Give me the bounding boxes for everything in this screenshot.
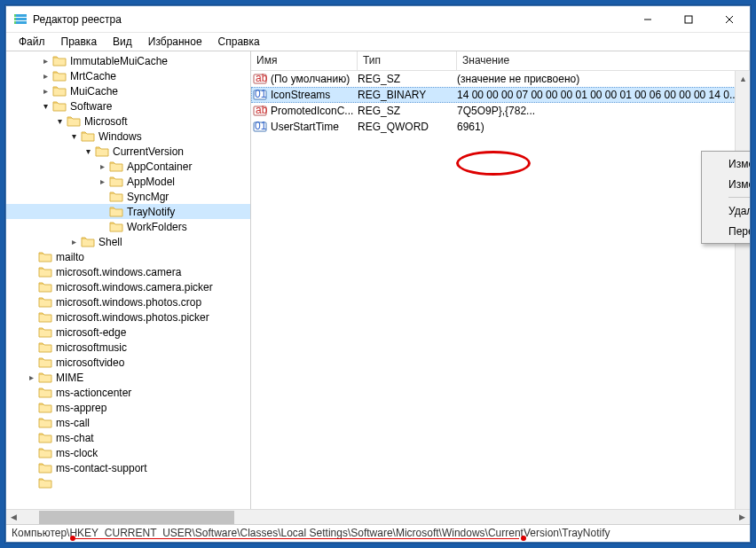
ctx-delete[interactable]: Удалить — [704, 200, 750, 221]
close-button[interactable] — [709, 6, 750, 32]
tree-label: microsoft.windows.photos.crop — [56, 296, 201, 309]
minimize-button[interactable] — [627, 6, 668, 32]
chevron-down-icon[interactable]: ▾ — [40, 101, 51, 112]
tree-item[interactable]: TrayNotify — [6, 204, 250, 219]
tree-item[interactable]: WorkFolders — [6, 219, 250, 234]
chevron-right-icon[interactable]: ▸ — [40, 71, 51, 82]
value-icon: 011 — [253, 120, 267, 134]
tree-item[interactable]: ▸ImmutableMuiCache — [6, 53, 250, 68]
menu-view[interactable]: Вид — [106, 34, 139, 50]
tree-item[interactable]: ▸AppModel — [6, 174, 250, 189]
tree-item[interactable]: microsoft-edge — [6, 325, 250, 340]
tree-item[interactable]: ▸MuiCache — [6, 83, 250, 98]
tree-item[interactable]: ms-actioncenter — [6, 385, 250, 400]
folder-icon — [38, 311, 52, 324]
tree-item[interactable]: microsoft.windows.photos.crop — [6, 294, 250, 309]
scroll-left-icon[interactable]: ◀ — [6, 510, 21, 525]
list-row[interactable]: 011UserStartTimeREG_QWORD6961) — [251, 119, 750, 135]
list-pane[interactable]: Имя Тип Значение ab(По умолчанию)REG_SZ(… — [251, 51, 750, 509]
value-data: (значение не присвоено) — [457, 73, 750, 85]
tree-label: WorkFolders — [127, 221, 187, 233]
scrollbar-vertical[interactable]: ▲ — [735, 71, 750, 509]
folder-icon — [109, 221, 123, 233]
value-icon: ab — [253, 104, 267, 118]
value-name: PromotedIconC... — [271, 105, 358, 117]
chevron-right-icon[interactable]: ▸ — [97, 176, 107, 187]
folder-icon — [38, 432, 52, 444]
menu-help[interactable]: Справка — [211, 34, 267, 50]
chevron-right-icon[interactable]: ▸ — [40, 56, 51, 67]
annotation-underline — [75, 538, 519, 539]
chevron-down-icon[interactable]: ▾ — [54, 116, 65, 127]
folder-icon — [52, 85, 67, 98]
chevron-down-icon[interactable]: ▾ — [83, 146, 93, 157]
tree-item[interactable]: ms-clock — [6, 445, 250, 460]
tree-label: microsoftvideo — [56, 356, 124, 369]
scroll-thumb[interactable] — [39, 511, 234, 524]
ctx-separator — [728, 197, 750, 198]
menu-file[interactable]: Файл — [12, 34, 52, 50]
chevron-right-icon[interactable]: ▸ — [40, 86, 51, 97]
scroll-up-icon[interactable]: ▲ — [736, 71, 750, 86]
tree-item[interactable]: microsoft.windows.camera.picker — [6, 279, 250, 294]
tree-item[interactable]: ▾CurrentVersion — [6, 144, 250, 159]
tree-label: Microsoft — [84, 115, 128, 128]
tree-item[interactable]: ms-contact-support — [6, 460, 250, 475]
tree-pane[interactable]: ▸ImmutableMuiCache▸MrtCache▸MuiCache▾Sof… — [6, 51, 251, 509]
scrollbar-horizontal[interactable]: ◀ ▶ — [6, 509, 750, 524]
tree-item[interactable]: ms-call — [6, 415, 250, 430]
chevron-right-icon[interactable]: ▸ — [97, 161, 107, 172]
tree-item[interactable]: ms-apprep — [6, 400, 250, 415]
ctx-modify[interactable]: Изменить... — [704, 153, 750, 174]
svg-text:ab: ab — [256, 72, 267, 84]
tree-item[interactable]: ▾Microsoft — [6, 114, 250, 129]
ctx-rename[interactable]: Переименовать — [704, 221, 750, 241]
chevron-right-icon[interactable]: ▸ — [68, 237, 79, 247]
menu-edit[interactable]: Правка — [54, 34, 105, 50]
tree-item[interactable]: microsoftmusic — [6, 340, 250, 355]
col-value[interactable]: Значение — [457, 51, 750, 70]
tree-label: microsoft.windows.camera — [56, 266, 181, 278]
tree-item[interactable]: microsoft.windows.camera — [6, 264, 250, 279]
list-row[interactable]: ab(По умолчанию)REG_SZ(значение не присв… — [251, 71, 750, 87]
tree-label: MrtCache — [70, 70, 116, 82]
folder-icon — [38, 417, 52, 429]
tree-item[interactable] — [6, 475, 250, 490]
folder-icon — [38, 477, 52, 489]
tree-item[interactable]: ▸MrtCache — [6, 68, 250, 83]
tree-item[interactable]: ▾Windows — [6, 129, 250, 144]
tree-item[interactable]: ▸MIME — [6, 370, 250, 385]
col-name[interactable]: Имя — [251, 51, 358, 70]
ctx-modify-binary[interactable]: Изменить двоичные данные... — [704, 174, 750, 194]
list-row[interactable]: 011IconStreamsREG_BINARY14 00 00 00 07 0… — [251, 87, 750, 103]
value-name: IconStreams — [271, 89, 358, 101]
regedit-icon — [13, 12, 28, 27]
svg-text:011: 011 — [255, 88, 267, 100]
tree-item[interactable]: ms-chat — [6, 430, 250, 445]
column-headers[interactable]: Имя Тип Значение — [251, 51, 750, 71]
svg-rect-1 — [14, 18, 27, 20]
folder-icon — [38, 326, 52, 339]
folder-icon — [38, 372, 52, 384]
list-row[interactable]: abPromotedIconC...REG_SZ7Q5O9P},{782... — [251, 103, 750, 119]
maximize-button[interactable] — [668, 6, 709, 32]
chevron-right-icon[interactable]: ▸ — [26, 372, 36, 383]
tree-item[interactable]: mailto — [6, 249, 250, 264]
titlebar[interactable]: Редактор реестра — [6, 6, 750, 33]
scroll-right-icon[interactable]: ▶ — [735, 510, 750, 525]
tree-item[interactable]: ▸Shell — [6, 234, 250, 249]
tree-item[interactable]: microsoftvideo — [6, 355, 250, 370]
folder-icon — [38, 462, 52, 474]
value-name: UserStartTime — [271, 121, 358, 133]
col-type[interactable]: Тип — [358, 51, 457, 70]
tree-label: Software — [70, 100, 112, 113]
tree-item[interactable]: microsoft.windows.photos.picker — [6, 309, 250, 325]
menu-favorites[interactable]: Избранное — [141, 34, 209, 50]
tree-label: ImmutableMuiCache — [70, 55, 168, 67]
statusbar: Компьютер\HKEY_CURRENT_USER\Software\Cla… — [6, 524, 750, 542]
folder-icon — [109, 206, 123, 218]
tree-item[interactable]: ▸AppContainer — [6, 159, 250, 174]
tree-item[interactable]: ▾Software — [6, 98, 250, 114]
chevron-down-icon[interactable]: ▾ — [68, 131, 79, 142]
tree-item[interactable]: SyncMgr — [6, 189, 250, 204]
